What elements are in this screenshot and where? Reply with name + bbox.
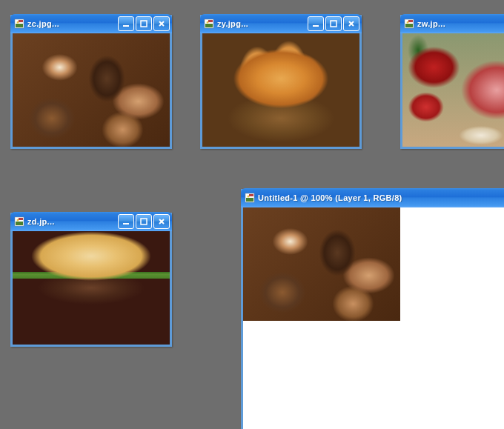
document-window-untitled[interactable]: Untitled-1 @ 100% (Layer 1, RGB/8) [241,189,504,429]
close-button[interactable] [153,16,170,31]
svg-rect-25 [246,198,253,202]
document-window-zd[interactable]: zd.jp... [10,213,172,347]
image-meat [402,33,504,147]
window-controls [118,214,170,229]
svg-rect-19 [16,222,23,225]
image-file-icon [245,193,255,203]
maximize-button[interactable] [136,214,152,229]
maximize-button[interactable] [136,16,152,31]
svg-rect-5 [141,21,147,27]
svg-rect-15 [408,20,413,22]
titlebar[interactable]: Untitled-1 @ 100% (Layer 1, RGB/8) [241,188,504,207]
titlebar[interactable]: zy.jpg... [200,14,362,33]
document-window-zc[interactable]: zc.jpg... [10,15,172,149]
image-bread [202,33,359,147]
image-file-icon [404,19,414,29]
svg-rect-4 [123,25,129,27]
svg-rect-22 [123,223,129,225]
window-title: zd.jp... [27,217,118,226]
svg-rect-3 [19,20,23,22]
window-title: Untitled-1 @ 100% (Layer 1, RGB/8) [258,193,504,202]
minimize-button[interactable] [118,214,134,229]
image-file-icon [204,19,214,29]
document-content[interactable] [13,231,170,345]
window-controls [118,16,170,31]
document-content[interactable] [402,33,504,147]
canvas-area[interactable] [243,207,504,429]
titlebar[interactable]: zd.jp... [10,212,172,231]
document-content[interactable] [13,33,170,147]
svg-rect-21 [19,218,23,220]
svg-rect-11 [331,21,336,27]
minimize-button[interactable] [308,16,324,31]
image-burger [13,231,170,345]
document-window-zw[interactable]: zw.jp... [400,15,504,149]
window-controls [308,16,359,31]
close-button[interactable] [153,214,170,229]
image-file-icon [14,216,24,227]
minimize-button[interactable] [118,16,134,31]
titlebar[interactable]: zw.jp... [400,14,504,33]
svg-rect-13 [405,24,413,27]
svg-rect-1 [16,24,23,27]
titlebar[interactable]: zc.jpg... [10,14,172,33]
svg-rect-23 [141,219,147,225]
pasted-layer[interactable] [243,207,400,321]
close-button[interactable] [343,16,359,31]
document-content[interactable] [202,33,359,147]
window-title: zy.jpg... [217,19,308,28]
svg-rect-9 [208,20,213,22]
window-title: zw.jp... [417,19,504,28]
svg-rect-7 [205,24,213,27]
window-title: zc.jpg... [27,19,118,28]
image-file-icon [14,19,24,29]
document-window-zy[interactable]: zy.jpg... [200,15,362,149]
svg-rect-27 [249,194,253,196]
maximize-button[interactable] [325,16,342,31]
image-chocolates [13,33,170,147]
svg-rect-10 [313,25,319,27]
